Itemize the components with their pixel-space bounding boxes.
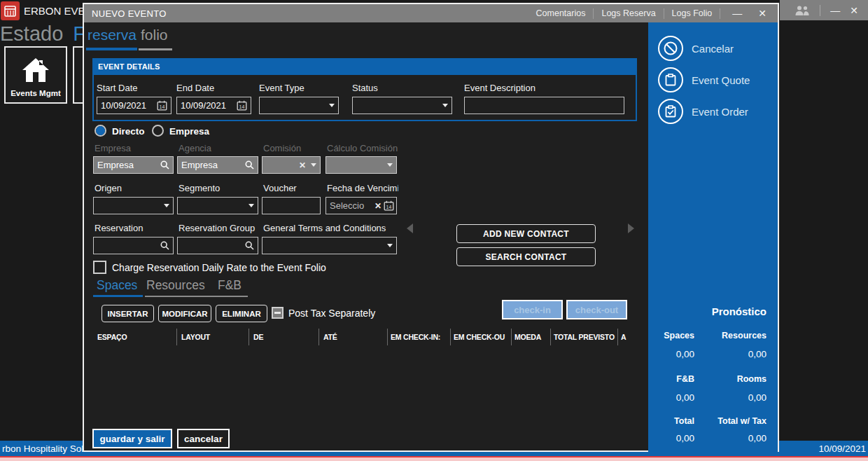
cancel-button[interactable]: cancelar [177,429,230,448]
clipboard-icon [658,67,683,92]
tab-folio-underline [139,48,172,50]
calendar-icon[interactable]: 14 [384,200,394,211]
add-new-contact-button[interactable]: ADD NEW CONTACT [456,224,596,243]
check-out-button[interactable]: check-out [566,300,627,319]
charge-daily-rate-label: Charge Reservation Daily Rate to the Eve… [112,262,326,273]
sidebar-event-quote-button[interactable]: Event Quote [658,67,750,92]
empresa-search-field[interactable]: Empresa [93,156,174,174]
forecast-label: Rooms [694,374,766,384]
forecast-labels-row: Total Total w/ Tax [631,416,766,426]
tile-events-mgmt[interactable]: Events Mgmt [4,46,67,104]
reservation-search-field[interactable] [93,237,174,254]
charge-daily-rate-checkbox[interactable] [93,261,106,274]
comision-dropdown[interactable]: ✕ [262,156,321,174]
calendar-icon[interactable]: 14 [157,100,167,111]
chevron-down-icon [387,163,393,167]
comentarios-link[interactable]: Comentarios [536,8,586,18]
main-minimize-button[interactable]: — [830,6,840,15]
tab-fnb[interactable]: F&B [218,278,241,293]
end-date-field[interactable]: 10/09/2021 14 [176,97,251,114]
divider [720,8,720,19]
voucher-input[interactable] [262,197,321,214]
search-icon[interactable] [160,160,169,170]
forecast-values-row: 0,00 0,00 [631,349,766,359]
event-type-dropdown[interactable] [259,97,339,114]
insertar-button[interactable]: INSERTAR [102,305,154,322]
logs-folio-link[interactable]: Logs Folio [672,8,713,18]
segmento-label: Segmento [178,183,220,193]
terms-label: General Terms and Conditions [263,223,386,233]
column-header[interactable]: TOTAL PREVISTO [550,329,617,345]
fecha-vencimiento-field[interactable]: Seleccio ✕ 14 [326,197,397,214]
home-icon [21,57,50,83]
forecast-value: 0,00 [631,349,694,359]
svg-text:14: 14 [160,104,165,109]
calculo-comision-label: Cálculo Comisión [327,143,398,153]
agencia-label: Agencia [178,143,211,153]
chevron-down-icon [387,244,393,247]
forecast-values-row: 0,00 0,00 [631,392,766,403]
main-close-button[interactable]: ✕ [850,6,858,15]
nuevo-evento-dialog: NUEVO EVENTO Comentarios Logs Reserva Lo… [83,3,779,452]
forecast-label: Spaces [631,331,694,340]
sidebar-event-order-button[interactable]: Event Order [658,99,748,124]
column-header[interactable]: ATÉ [318,329,387,345]
tab-reserva[interactable]: reserva [88,27,136,43]
sidebar-cancelar-button[interactable]: Cancelar [658,36,734,61]
calendar-icon[interactable]: 14 [237,100,247,111]
column-header[interactable]: EM CHECK-IN: [387,329,450,345]
column-header[interactable]: ESPAÇO [93,329,176,345]
radio-empresa[interactable] [152,125,164,137]
column-header[interactable]: DE [248,329,318,345]
app-logo-icon [1,1,20,20]
start-date-field[interactable]: 10/09/2021 14 [97,97,172,114]
save-and-exit-button[interactable]: guardar y salir [92,429,172,448]
tab-spaces-underline [93,295,143,297]
forecast-value: 0,00 [694,392,766,403]
dialog-title: NUEVO EVENTO [92,8,167,19]
clear-icon[interactable]: ✕ [299,160,306,170]
origen-dropdown[interactable] [93,197,174,214]
dialog-titlebar[interactable]: NUEVO EVENTO Comentarios Logs Reserva Lo… [84,4,778,22]
tile-events-label: Events Mgmt [10,89,61,97]
event-description-input[interactable] [464,97,624,114]
statusbar-date: 10/09/2021 [818,443,866,454]
logs-reserva-link[interactable]: Logs Reserva [601,8,655,18]
dialog-close-button[interactable]: ✕ [754,8,771,18]
modificar-button[interactable]: MODIFICAR [158,305,211,322]
chevron-down-icon [442,104,448,107]
status-dropdown[interactable] [352,97,452,114]
agencia-search-field[interactable]: Empresa [177,156,258,174]
radio-directo[interactable] [94,125,106,137]
nav-tab-estado[interactable]: Estado [0,22,63,45]
carousel-left-arrow[interactable] [407,223,413,233]
search-contact-button[interactable]: SEARCH CONTACT [456,247,596,266]
tab-resources[interactable]: Resources [146,278,205,293]
search-icon[interactable] [245,241,254,250]
segmento-dropdown[interactable] [177,197,258,214]
terms-dropdown[interactable] [262,237,397,254]
check-in-button[interactable]: check-in [502,300,563,319]
tile-partial[interactable] [73,46,83,104]
start-date-label: Start Date [97,83,138,93]
tab-folio[interactable]: folio [141,27,168,43]
tab-spaces[interactable]: Spaces [97,278,137,293]
tab-others-underline [145,296,248,297]
clear-icon[interactable]: ✕ [374,201,382,211]
calculo-comision-dropdown[interactable] [326,156,397,174]
dialog-minimize-button[interactable]: — [728,8,746,18]
eliminar-button[interactable]: ELIMINAR [216,305,267,322]
column-header[interactable]: LAYOUT [176,329,248,345]
people-icon[interactable] [794,5,810,16]
divider [820,5,820,16]
reservation-group-label: Reservation Group [178,223,255,233]
column-header[interactable]: MOEDA [511,329,550,345]
post-tax-checkbox[interactable] [272,307,284,319]
search-icon[interactable] [160,241,169,250]
reservation-group-search-field[interactable] [177,237,258,254]
column-header[interactable]: EM CHECK-OU [450,329,511,345]
carousel-right-arrow[interactable] [628,223,634,233]
search-icon[interactable] [245,160,254,170]
dialog-sidebar: Cancelar Event Quote Event Order Pronóst… [648,22,778,453]
origen-label: Origen [94,183,122,193]
